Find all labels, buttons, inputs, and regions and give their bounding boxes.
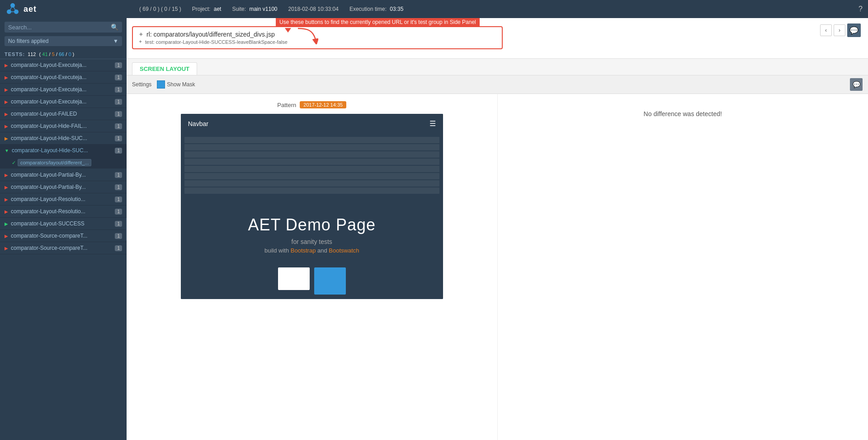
settings-comment-button[interactable]: 💬 xyxy=(850,78,863,91)
list-item[interactable]: ▶ comparator-Layout-Executeja... 1 xyxy=(0,71,127,84)
help-button[interactable]: ? xyxy=(859,5,863,13)
tests-count: 112 ( 41 / 5 / 66 / 0 ) xyxy=(28,51,74,57)
exec-time: Execution time: 03:35 xyxy=(349,6,403,12)
tooltip-annotation: Use these buttons to find the currently … xyxy=(276,18,480,46)
test-item-name: comparator-Layout-Executeja... xyxy=(11,74,113,80)
preview-navbar-text: Navbar xyxy=(188,120,208,127)
filter-bar[interactable]: No filters applied ▼ xyxy=(5,36,122,46)
list-item[interactable]: ▶ comparator-Layout-Partial-By... 1 xyxy=(0,181,127,193)
list-item[interactable]: ▶ comparator-Layout-SUCCESS 1 xyxy=(0,218,127,230)
test-item-name: comparator-Layout-SUCCESS xyxy=(11,220,113,227)
pattern-date-badge: 2017-12-12 14:35 xyxy=(300,101,346,108)
chevron-down-icon: ▼ xyxy=(5,148,9,153)
chevron-right-icon: ▶ xyxy=(5,173,8,178)
test-count-badge: 1 xyxy=(115,123,122,129)
chevron-right-icon: ▶ xyxy=(5,136,8,141)
tests-label: TESTS: xyxy=(5,51,25,57)
list-item[interactable]: ▶ comparator-Layout-Hide-SUC... 1 xyxy=(0,132,127,145)
test-count-badge: 1 xyxy=(115,62,122,68)
preview-row xyxy=(184,173,439,179)
show-mask-label: Show Mask xyxy=(167,81,195,88)
list-item[interactable]: ▶ comparator-Source-compareT... 1 xyxy=(0,242,127,254)
tab-screen-layout[interactable]: SCREEN LAYOUT xyxy=(132,62,197,75)
sidebar-collapse-button[interactable]: ‹ xyxy=(126,218,127,240)
preview-hero-build: build with Bootstrap and Bootswatch xyxy=(190,247,434,254)
tab-bar: SCREEN LAYOUT xyxy=(127,59,868,75)
test-count-badge: 1 xyxy=(115,221,122,227)
list-item[interactable]: ▼ comparator-Layout-Hide-SUC... 1 xyxy=(0,145,127,157)
settings-bar: Settings Show Mask 💬 xyxy=(127,75,868,94)
list-item[interactable]: ▶ comparator-Layout-FAILED 1 xyxy=(0,108,127,120)
chevron-right-icon: ▶ xyxy=(5,112,8,117)
test-item-name: comparator-Layout-Hide-SUC... xyxy=(11,135,113,141)
list-item[interactable]: ▶ comparator-Layout-Hide-FAIL... 1 xyxy=(0,120,127,132)
list-item[interactable]: ▶ comparator-Layout-Executeja... 1 xyxy=(0,96,127,108)
preview-row xyxy=(184,187,439,194)
search-input[interactable] xyxy=(8,24,111,31)
tooltip-arrow-down xyxy=(285,28,291,33)
test-count-badge: 1 xyxy=(115,75,122,80)
preview-container: Navbar ☰ xyxy=(181,114,443,299)
logo-area: aet xyxy=(5,2,132,16)
url-panel: Use these buttons to find the currently … xyxy=(127,18,868,59)
chevron-right-icon: ▶ xyxy=(5,124,8,129)
show-mask-icon xyxy=(157,80,165,89)
show-mask-button[interactable]: Show Mask xyxy=(157,80,195,89)
preview-hero: AET Demo Page for sanity tests build wit… xyxy=(181,197,443,263)
sub-list-item[interactable]: ✓ comparators/layout/different_... xyxy=(0,157,127,169)
list-item[interactable]: ▶ comparator-Layout-Executeja... 1 xyxy=(0,84,127,96)
test-count-badge: 1 xyxy=(115,148,122,154)
preview-hero-bootstrap: Bootstrap xyxy=(291,247,316,254)
stats-total: ( 69 / 0 ) ( 0 / 15 ) xyxy=(139,6,181,12)
chevron-right-icon: ▶ xyxy=(5,221,8,226)
next-button[interactable]: › xyxy=(834,24,845,36)
test-count-badge: 1 xyxy=(115,233,122,239)
settings-link[interactable]: Settings xyxy=(132,81,151,88)
prev-button[interactable]: ‹ xyxy=(820,24,832,36)
preview-hero-title: AET Demo Page xyxy=(190,215,434,234)
comment-button[interactable]: 💬 xyxy=(847,23,861,37)
chevron-right-icon: ▶ xyxy=(5,185,8,190)
chevron-right-icon: ▶ xyxy=(5,246,8,251)
filter-text: No filters applied xyxy=(8,38,113,44)
preview-navbar: Navbar ☰ xyxy=(181,114,443,133)
list-item[interactable]: ▶ comparator-Source-compareT... 1 xyxy=(0,230,127,242)
list-item[interactable]: ▶ comparator-Layout-Resolutio... 1 xyxy=(0,193,127,206)
preview-hero-sub: for sanity tests xyxy=(190,238,434,245)
preview-row xyxy=(184,144,439,150)
chevron-right-icon: ▶ xyxy=(5,234,8,239)
suite-label: Suite: main v1100 xyxy=(232,6,277,12)
preview-row xyxy=(184,151,439,158)
topbar-info: ( 69 / 0 ) ( 0 / 15 ) Project: aet Suite… xyxy=(139,6,851,12)
list-item[interactable]: ▶ comparator-Layout-Partial-By... 1 xyxy=(0,169,127,181)
test-count-badge: 1 xyxy=(115,87,122,93)
url-value: rl: comparators/layout/different_sized_d… xyxy=(146,31,275,38)
logo-icon xyxy=(5,2,20,16)
pattern-label: Pattern xyxy=(277,102,296,108)
test-count-badge: 1 xyxy=(115,136,122,141)
list-item[interactable]: ▶ comparator-Layout-Resolutio... 1 xyxy=(0,206,127,218)
pattern-section: Pattern 2017-12-12 14:35 Navbar ☰ xyxy=(127,94,497,440)
preview-hero-bootswatch: Bootswatch xyxy=(329,247,359,254)
list-item[interactable]: ▶ comparator-Layout-Executeja... 1 xyxy=(0,59,127,71)
main-content: Use these buttons to find the currently … xyxy=(127,18,868,440)
pattern-header: Pattern 2017-12-12 14:35 xyxy=(277,101,346,108)
preview-rows xyxy=(181,133,443,197)
search-icon: 🔍 xyxy=(111,23,118,31)
test-item-name: comparator-Layout-Executeja... xyxy=(11,62,113,68)
test-item-name: comparator-Layout-Executeja... xyxy=(11,98,113,105)
preview-row xyxy=(184,180,439,187)
chevron-right-icon: ▶ xyxy=(5,63,8,68)
test-count-badge: 1 xyxy=(115,184,122,190)
test-item-name: comparator-Layout-Resolutio... xyxy=(11,208,113,215)
test-count-badge: 1 xyxy=(115,99,122,105)
preview-row xyxy=(184,166,439,172)
chevron-right-icon: ▶ xyxy=(5,209,8,214)
test-count-badge: 1 xyxy=(115,209,122,215)
search-wrap[interactable]: 🔍 xyxy=(5,22,122,33)
sub-item-name: comparators/layout/different_... xyxy=(18,159,91,166)
no-diff-text: No difference was detected! xyxy=(644,110,722,117)
tests-header: TESTS: 112 ( 41 / 5 / 66 / 0 ) xyxy=(0,50,127,59)
test-item-name: comparator-Layout-Hide-SUC... xyxy=(12,147,113,154)
preview-body: AET Demo Page for sanity tests build wit… xyxy=(181,133,443,299)
